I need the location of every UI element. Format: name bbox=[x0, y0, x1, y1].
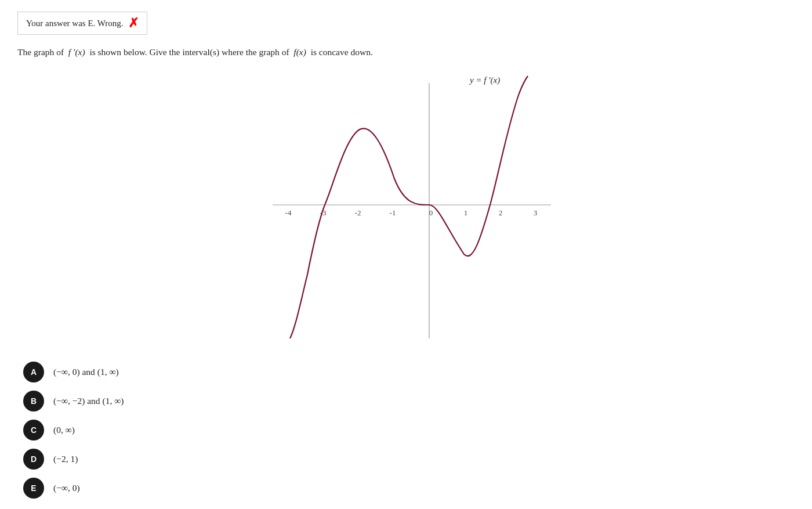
x-tick-3: 3 bbox=[534, 208, 538, 217]
choice-item-c[interactable]: C (0, ∞) bbox=[23, 420, 795, 441]
choice-item-b[interactable]: B (−∞, −2) and (1, ∞) bbox=[23, 391, 795, 411]
x-tick-1: 1 bbox=[464, 208, 468, 217]
choice-circle-c: C bbox=[23, 420, 44, 441]
choice-circle-b: B bbox=[23, 391, 44, 411]
choice-item-a[interactable]: A (−∞, 0) and (1, ∞) bbox=[23, 362, 795, 382]
choice-item-e[interactable]: E (−∞, 0) bbox=[23, 478, 795, 499]
choice-circle-a: A bbox=[23, 362, 44, 382]
choice-circle-e: E bbox=[23, 478, 44, 499]
function-graph: y = f ′(x) -4 -3 -2 -1 0 1 2 3 bbox=[255, 71, 557, 344]
x-tick--4: -4 bbox=[285, 208, 292, 217]
f-prime-curve bbox=[290, 76, 528, 338]
choice-item-d[interactable]: D (−2, 1) bbox=[23, 449, 795, 470]
choice-label-a: (−∞, 0) and (1, ∞) bbox=[53, 367, 119, 377]
q-text-after: is concave down. bbox=[311, 47, 373, 57]
wrong-icon: ✗ bbox=[128, 16, 139, 31]
x-tick--1: -1 bbox=[390, 208, 396, 217]
q-f-prime: f ′(x) bbox=[68, 47, 85, 57]
answer-feedback-box: Your answer was E. Wrong. ✗ bbox=[17, 12, 147, 35]
question-text: The graph of f ′(x) is shown below. Give… bbox=[17, 45, 795, 60]
choice-label-e: (−∞, 0) bbox=[53, 483, 80, 493]
graph-area: y = f ′(x) -4 -3 -2 -1 0 1 2 3 bbox=[17, 71, 795, 344]
choice-label-b: (−∞, −2) and (1, ∞) bbox=[53, 396, 124, 406]
choice-label-d: (−2, 1) bbox=[53, 454, 78, 464]
choices-list: A (−∞, 0) and (1, ∞) B (−∞, −2) and (1, … bbox=[17, 362, 795, 499]
q-text-middle: is shown below. Give the interval(s) whe… bbox=[89, 47, 289, 57]
graph-label: y = f ′(x) bbox=[469, 75, 500, 85]
answer-feedback-text: Your answer was E. Wrong. bbox=[26, 19, 124, 28]
q-text-before: The graph of bbox=[17, 47, 64, 57]
x-tick-2: 2 bbox=[499, 208, 503, 217]
q-f: f(x) bbox=[293, 47, 306, 57]
choice-label-c: (0, ∞) bbox=[53, 425, 75, 435]
x-tick-0: 0 bbox=[429, 208, 433, 217]
x-tick--2: -2 bbox=[355, 208, 361, 217]
choice-circle-d: D bbox=[23, 449, 44, 470]
